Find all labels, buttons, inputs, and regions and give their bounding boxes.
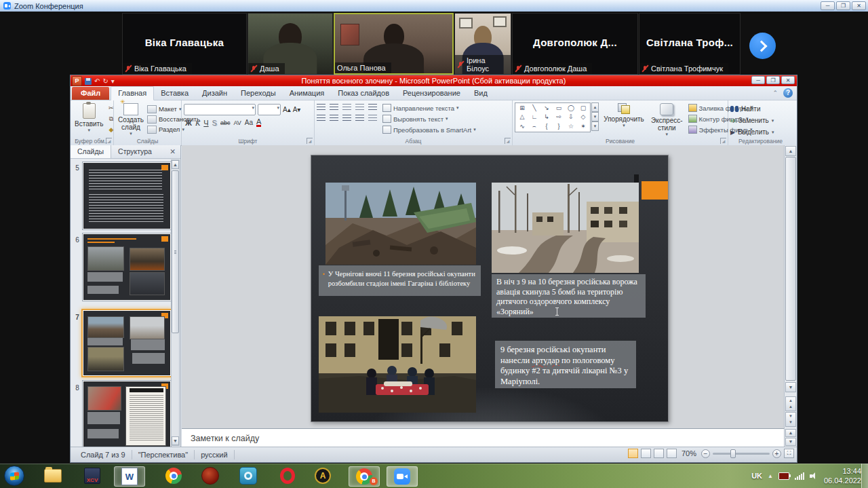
slide-thumbnail-5[interactable]	[83, 162, 171, 229]
minimize-icon[interactable]: ─	[751, 76, 765, 84]
zoom-in-icon[interactable]: +	[772, 449, 781, 458]
tab-slideshow[interactable]: Показ слайдов	[331, 87, 396, 100]
text-shadow-button[interactable]: S	[212, 119, 217, 127]
chernihiv-caption-textbox[interactable]: ▪ У Чернігові вночі 11 березня російські…	[319, 265, 481, 296]
start-button[interactable]	[4, 466, 24, 486]
zoom-out-icon[interactable]: −	[701, 449, 710, 458]
tab-review[interactable]: Рецензирование	[396, 87, 467, 100]
zoom-level[interactable]: 70%	[682, 449, 696, 457]
close-icon[interactable]: ✕	[852, 1, 866, 10]
participant-tile-svitlana[interactable]: Світлана Троф... Світлана Трофимчук	[639, 13, 741, 75]
scroll-down-icon[interactable]: ▼	[172, 436, 179, 445]
next-slide-button[interactable]: ▼▼	[785, 412, 796, 427]
tab-animations[interactable]: Анимация	[283, 87, 332, 100]
tab-slides-thumbnails[interactable]: Слайды	[71, 145, 111, 158]
fit-slide-to-window-button[interactable]: ⛶	[784, 449, 794, 458]
participant-tile-dovhopoliuk[interactable]: Довгополюк Д... Довгополюк Даша	[512, 13, 638, 75]
previous-slide-button[interactable]: ▲▲	[785, 396, 796, 411]
slide-canvas[interactable]: ▪ У Чернігові вночі 11 березня російські…	[182, 145, 785, 428]
dialog-launcher-icon[interactable]: ◢	[720, 138, 726, 144]
quick-styles-button[interactable]: Экспресс-стили ▾	[649, 102, 685, 138]
collapse-ribbon-icon[interactable]: ⌃	[772, 90, 778, 96]
restore-icon[interactable]: ❐	[766, 76, 780, 84]
scroll-up-icon[interactable]: ▲	[785, 146, 796, 156]
help-icon[interactable]: ?	[783, 88, 793, 98]
paste-button[interactable]: Вставить ▾	[73, 102, 105, 136]
zoryanyi-textbox[interactable]: В ніч з 9 на 10 березня російська ворожа…	[492, 274, 646, 318]
scroll-up-icon[interactable]: ▲	[172, 160, 179, 169]
slide-thumbnail-7-selected[interactable]	[83, 310, 171, 376]
scroll-down-icon[interactable]: ▼	[785, 382, 796, 392]
minimize-icon[interactable]: ─	[821, 1, 835, 10]
tab-outline[interactable]: Структура	[111, 145, 159, 158]
dialog-launcher-icon[interactable]: ◢	[307, 138, 313, 144]
vertical-scrollbar[interactable]: ▲ ▼ ▲▲ ▼▼	[784, 145, 797, 428]
zoryanyi-camp-winter-road-image[interactable]	[492, 183, 639, 273]
strikethrough-button[interactable]: abc	[220, 119, 231, 126]
tab-transitions[interactable]: Переходы	[234, 87, 283, 100]
participant-tile-vika[interactable]: Віка Главацька Віка Главацька	[122, 13, 247, 75]
new-slide-button[interactable]: Создать слайд ▾	[116, 102, 146, 137]
shapes-scroll-down-icon[interactable]: ▼	[591, 112, 599, 121]
show-desktop-button[interactable]	[861, 464, 868, 488]
font-name-select[interactable]	[184, 104, 256, 115]
undo-icon[interactable]: ↶	[94, 77, 100, 86]
slide-sorter-view-button[interactable]	[641, 449, 651, 458]
explorer-icon[interactable]	[41, 466, 65, 485]
replace-button[interactable]: abЗаменить▾	[730, 115, 791, 126]
dialog-launcher-icon[interactable]: ◢	[106, 138, 112, 144]
chernihiv-stadium-ruins-image[interactable]	[326, 183, 476, 265]
notes-pane[interactable]: Заметки к слайду	[182, 428, 785, 448]
media-player-blue-icon[interactable]	[236, 466, 260, 485]
current-slide[interactable]: ▪ У Чернігові вночі 11 березня російські…	[311, 155, 669, 422]
scroll-up-icon[interactable]: ▲	[785, 429, 796, 437]
network-signal-icon[interactable]	[795, 472, 804, 480]
tab-design[interactable]: Дизайн	[195, 87, 234, 100]
scrollbar-thumb[interactable]	[172, 170, 179, 333]
normal-view-button[interactable]	[628, 449, 638, 458]
italic-button[interactable]: К	[195, 119, 200, 127]
save-icon[interactable]	[85, 78, 92, 85]
theme-name[interactable]: "Перспектива"	[132, 450, 195, 459]
tab-home[interactable]: Главная	[111, 86, 154, 100]
shapes-more-icon[interactable]: ▼	[591, 121, 599, 131]
increase-indent-icon[interactable]	[355, 104, 364, 111]
arrange-button[interactable]: Упорядочить ▾	[602, 102, 646, 129]
numbering-icon[interactable]	[330, 104, 338, 111]
bold-button[interactable]: Ж	[185, 119, 192, 127]
xcv-editor-icon[interactable]: XCV	[80, 466, 104, 485]
reading-view-button[interactable]	[654, 449, 664, 458]
line-spacing-icon[interactable]	[368, 104, 377, 111]
speaker-icon[interactable]	[810, 472, 818, 480]
select-button[interactable]: ▶Выделить▾	[730, 127, 791, 137]
clock[interactable]: 13:44 06.04.2022	[824, 466, 861, 486]
aimp-icon[interactable]: A	[311, 466, 335, 485]
find-button[interactable]: Найти	[730, 104, 791, 114]
slide-thumbnail-6[interactable]	[83, 233, 171, 301]
ppt-titlebar[interactable]: P ↶ ↻ ▾ Поняття воєнного злочину - Micro…	[71, 75, 797, 86]
font-color-button[interactable]: А	[256, 118, 261, 127]
align-text-button[interactable]: Выровнять текст▾	[382, 114, 476, 124]
align-left-icon[interactable]	[317, 115, 326, 122]
keyboard-layout-indicator[interactable]: UK	[751, 472, 762, 480]
zoom-taskbar-icon[interactable]	[387, 466, 418, 487]
mariupol-textbox[interactable]: 9 березня російські окупанти нанесли арт…	[495, 341, 636, 388]
maximize-icon[interactable]: ❐	[836, 1, 850, 10]
language-indicator[interactable]: русский	[195, 450, 234, 459]
tab-view[interactable]: Вид	[467, 87, 494, 100]
convert-smartart-button[interactable]: Преобразовать в SmartArt▾	[382, 125, 476, 134]
shrink-font-icon[interactable]: А▾	[293, 106, 301, 113]
word-icon[interactable]: W	[114, 466, 145, 487]
chrome-notification-icon[interactable]: B	[349, 466, 380, 487]
tab-file[interactable]: Файл	[72, 87, 109, 100]
hidden-icons-chevron[interactable]: ▲	[768, 473, 773, 479]
tab-insert[interactable]: Вставка	[154, 87, 195, 100]
zoom-slider-thumb[interactable]	[730, 449, 736, 458]
participant-tile-iryna[interactable]: Ірина Білоус	[454, 13, 511, 75]
powerpoint-app-icon[interactable]: P	[72, 76, 82, 86]
bullets-icon[interactable]	[317, 104, 326, 111]
align-center-icon[interactable]	[330, 115, 338, 122]
media-player-red-icon[interactable]	[198, 466, 222, 485]
notes-scrollbar[interactable]: ▲ ▼	[784, 428, 797, 448]
panel-scrollbar[interactable]: ▲ ▼	[171, 159, 180, 446]
